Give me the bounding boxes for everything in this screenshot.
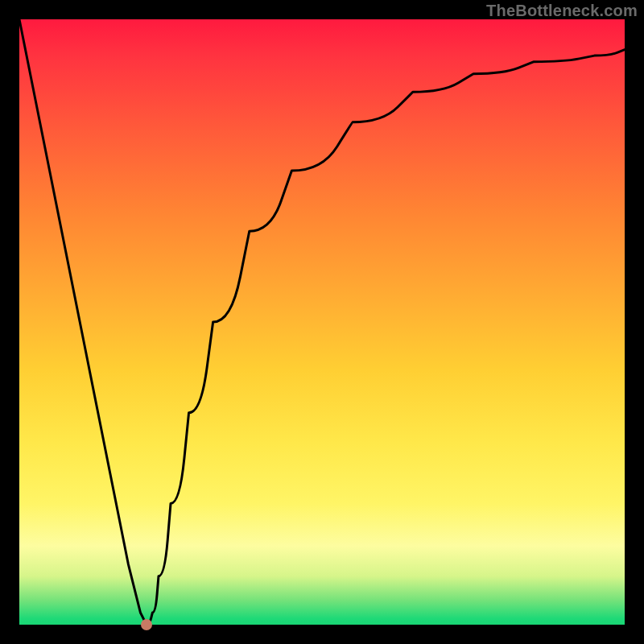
watermark-text: TheBottleneck.com: [486, 2, 638, 20]
chart-frame: TheBottleneck.com: [0, 0, 644, 644]
optimal-point-marker: [141, 619, 152, 630]
curve-path: [19, 19, 625, 625]
bottleneck-curve: [19, 19, 625, 625]
plot-area: [19, 19, 625, 625]
